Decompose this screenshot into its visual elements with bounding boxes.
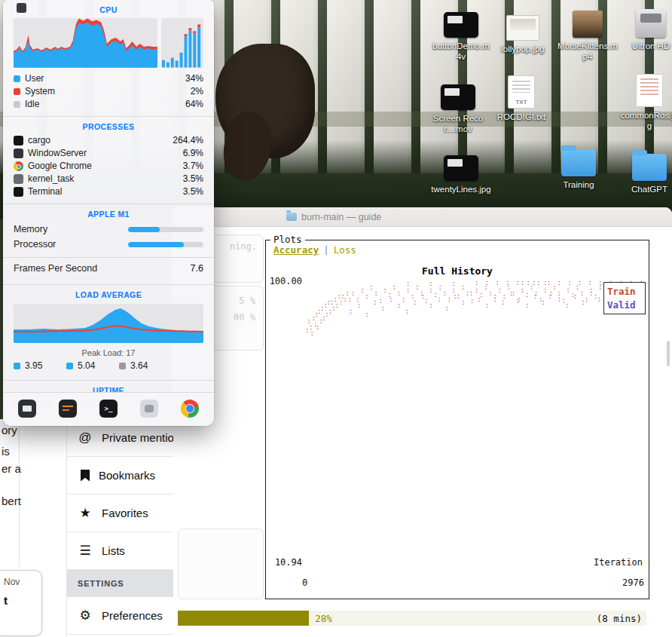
process-name: kernel_task <box>28 173 74 185</box>
usage-bar-track <box>128 227 203 232</box>
window-title: burn-main — guide <box>301 212 381 222</box>
video-icon <box>444 155 478 181</box>
legend-value: 2% <box>191 86 203 97</box>
cpu-section-header: CPU <box>3 0 214 17</box>
chip-section-header: APPLE M1 <box>3 204 214 222</box>
scatter-point: : <box>406 280 410 286</box>
cpu-legend-row: Idle64% <box>3 98 214 111</box>
desktop-icon[interactable]: ROCDIGI.txt <box>490 77 553 122</box>
cpu-legend: User34%System2%Idle64% <box>3 72 214 111</box>
scatter-point: : <box>497 287 501 294</box>
menu-item-label: Favorites <box>102 507 148 519</box>
training-progress-gauge: 28% (8 mins) <box>178 611 646 626</box>
desktop-icon[interactable]: Ultron HD <box>619 6 672 51</box>
scatter-point: : <box>581 299 585 306</box>
app-menu-panel: @Private mentionsBookmarks★Favorites☰Lis… <box>66 419 173 637</box>
terminal-app-icon[interactable] <box>99 400 118 418</box>
scatter-point: : <box>389 296 393 303</box>
load-legend: 3.955.043.64 <box>3 358 214 375</box>
process-row: cargo264.4% <box>3 134 214 147</box>
scatter-point: : <box>349 308 353 315</box>
menu-item-preferences[interactable]: ⚙Preferences <box>67 597 173 635</box>
desktop-icon[interactable]: MorseKittens.mp4 <box>556 6 619 63</box>
txt-icon <box>508 75 535 109</box>
scatter-point: : <box>365 293 368 300</box>
cpu-graphs <box>3 17 214 72</box>
load-legend-item: 3.64 <box>119 360 172 371</box>
desktop-icon-label: commonRos.jpg <box>619 110 672 132</box>
terminal-titlebar[interactable]: burn-main — guide <box>172 207 672 227</box>
cpu-menubar-icon <box>17 3 26 13</box>
scatter-point: : <box>543 287 547 294</box>
load-average-graph <box>14 304 203 343</box>
scatter-point: : <box>383 287 387 294</box>
image-file-icon <box>506 9 539 41</box>
desktop-icon[interactable]: commonRos.jpg <box>618 75 672 132</box>
scatter-point: : <box>429 280 432 286</box>
legend-label: System <box>25 86 55 97</box>
scatter-point: : <box>470 298 474 305</box>
load-legend-item: 3.95 <box>14 360 66 371</box>
gear-icon: ⚙ <box>78 608 93 623</box>
menu-item-lists[interactable]: ☰Lists <box>67 532 173 570</box>
scatter-point: : <box>453 293 457 300</box>
recorder-app-icon[interactable] <box>18 400 36 418</box>
process-row: kernel_task3.5% <box>3 173 214 185</box>
scatter-point: : <box>397 290 401 297</box>
video-file-icon <box>441 78 475 110</box>
scatter-point: : <box>475 287 478 294</box>
tab-loss[interactable]: Loss <box>334 244 356 256</box>
process-name: WindowServer <box>28 148 87 159</box>
process-value: 3.5% <box>183 173 203 185</box>
scatter-point: : <box>393 284 396 291</box>
scatter-point: : <box>445 305 449 312</box>
scatter-point: : <box>316 323 319 330</box>
desktop-icon[interactable]: ChatGPT <box>618 149 672 194</box>
star-icon: ★ <box>78 505 93 521</box>
scatter-point: : <box>461 284 465 291</box>
legend-value: 64% <box>185 99 203 110</box>
desktop-icon[interactable]: lollypop.jpg <box>491 9 554 54</box>
bookmark-icon <box>81 470 90 482</box>
desktop-icon[interactable]: Training <box>547 145 610 190</box>
legend-swatch <box>14 101 20 108</box>
scatter-point: : <box>348 296 352 303</box>
automator-app-icon[interactable] <box>140 400 158 418</box>
scatter-point: : <box>565 302 569 309</box>
video-icon <box>444 12 478 38</box>
y-axis-tick-max: 100.00 <box>267 276 302 286</box>
scatter-point: : <box>573 293 577 300</box>
scatter-point: : <box>567 287 570 294</box>
menu-item-bookmarks[interactable]: Bookmarks <box>67 457 173 495</box>
load-legend-item: 5.04 <box>66 360 119 371</box>
monitor-app-icon[interactable] <box>59 400 77 418</box>
menu-item-favorites[interactable]: ★Favorites <box>67 495 173 532</box>
clipped-text-fragment: bert <box>2 495 21 507</box>
chrome-app-icon[interactable] <box>181 400 199 418</box>
scatter-point: : <box>374 290 377 297</box>
desktop-icon[interactable]: Screen Recor....mov <box>426 78 490 135</box>
menu-item-label: Preferences <box>102 609 163 622</box>
process-list: cargo264.4%WindowServer6.9%Google Chrome… <box>3 134 214 198</box>
process-row: Google Chrome3.7% <box>3 160 214 173</box>
cpu-legend-row: User34% <box>3 72 214 85</box>
disk-icon <box>636 9 666 38</box>
scatter-point: : <box>469 290 473 297</box>
desktop-icon[interactable]: twentyLines.jpg <box>429 149 493 194</box>
video-icon <box>441 84 475 110</box>
scatter-point: : <box>485 302 489 309</box>
cpu-legend-row: System2% <box>3 85 214 98</box>
process-value: 6.9% <box>183 148 203 159</box>
tab-accuracy[interactable]: Accuracy <box>273 244 319 256</box>
scrollbar-thumb[interactable] <box>667 341 670 366</box>
processes-section-header: PROCESSES <box>3 117 214 134</box>
scatter-point: : <box>543 280 547 286</box>
plots-panel: Plots Accuracy|Loss Full History 100.00 … <box>265 240 649 599</box>
desktop-icon[interactable]: buttonDemo.m4v <box>429 6 493 63</box>
scatter-point: : <box>402 296 405 303</box>
txt-file-icon <box>508 77 535 109</box>
browser-note-card: Nov t <box>0 570 42 636</box>
dimmed-panel-3 <box>178 528 264 599</box>
scatter-point: : <box>517 296 521 303</box>
process-value: 264.4% <box>173 135 203 146</box>
